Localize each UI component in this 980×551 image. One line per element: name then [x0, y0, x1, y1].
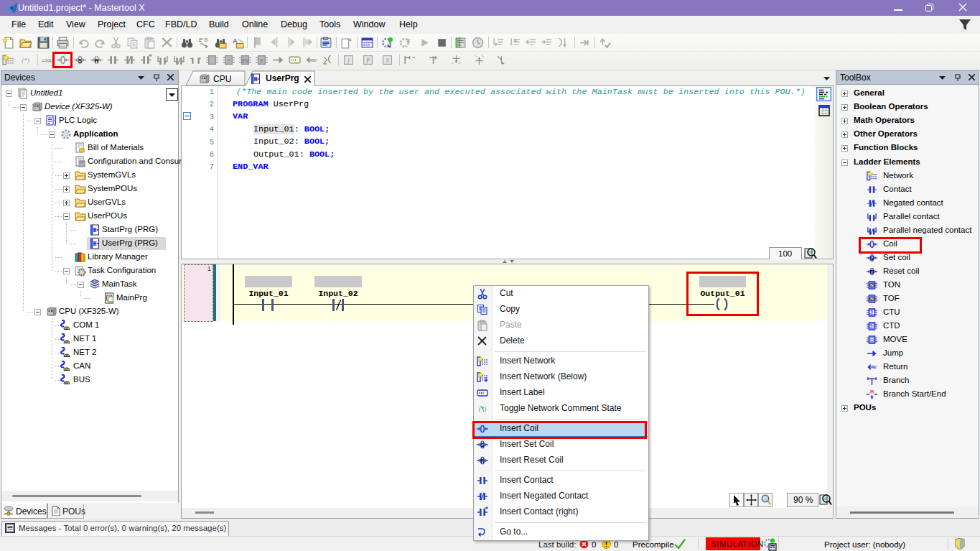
- svg-text:-1: -1: [870, 323, 874, 328]
- svg-text:S: S: [480, 442, 484, 448]
- svg-text:S: S: [870, 256, 874, 261]
- svg-text:R: R: [480, 458, 485, 464]
- svg-text:R: R: [870, 269, 874, 274]
- svg-text:RET: RET: [871, 365, 877, 369]
- svg-text:+1: +1: [869, 310, 875, 315]
